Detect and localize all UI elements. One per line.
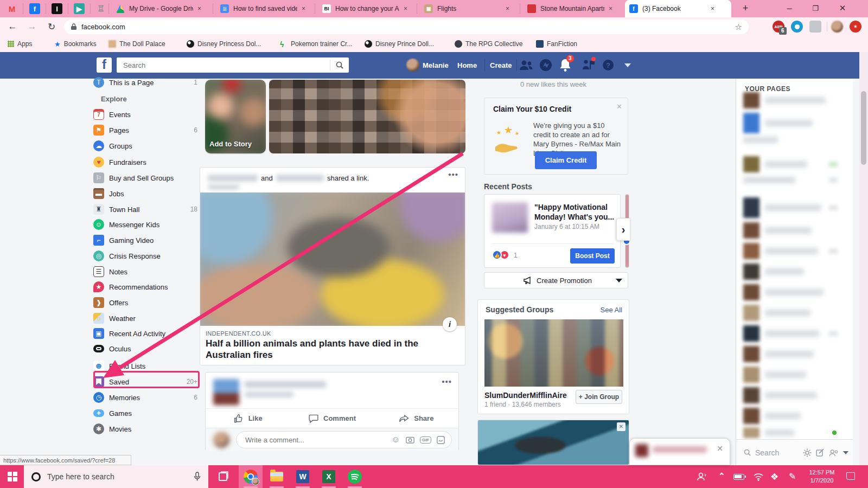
close-button[interactable]: ✕ <box>830 0 855 16</box>
join-group-button[interactable]: + Join Group <box>576 390 622 404</box>
tab-close-icon[interactable]: × <box>302 5 305 12</box>
sidebar-item-recommendations[interactable]: ★ Recommendations <box>93 279 197 294</box>
sidebar-item-fundraisers[interactable]: ♥ Fundraisers <box>93 155 197 170</box>
messenger-icon[interactable] <box>538 57 554 73</box>
page-row[interactable] <box>743 427 841 438</box>
grey-pinned-tab[interactable]: ♖ <box>95 3 106 14</box>
tab-close-icon[interactable]: × <box>404 5 407 12</box>
sidebar-item-crisis-response[interactable]: ◎ Crisis Response <box>93 248 197 264</box>
carousel-next-button[interactable]: › <box>616 218 630 241</box>
sidebar-item-recent-ad-activity[interactable]: ▣ Recent Ad Activity <box>93 326 197 341</box>
tab-flights[interactable]: ▣ Flights × <box>420 0 519 17</box>
tab-close-icon[interactable]: × <box>506 5 509 12</box>
red-extension-icon[interactable]: ★ <box>850 21 861 33</box>
gif-icon[interactable]: GIF <box>420 436 431 444</box>
sidebar-item-notes[interactable]: ☰ Notes <box>93 264 197 279</box>
home-link[interactable]: Home <box>457 61 477 69</box>
dropbox-icon[interactable]: ❖ <box>770 471 778 483</box>
apps-shortcut[interactable]: Apps <box>8 36 32 52</box>
sidebar-item-offers[interactable]: ❱ Offers <box>93 295 197 310</box>
page-row[interactable] <box>743 222 841 239</box>
blue-extension-icon[interactable] <box>791 21 803 33</box>
account-menu-caret-icon[interactable] <box>620 57 636 73</box>
excel-icon[interactable]: X <box>321 468 337 485</box>
microphone-icon[interactable] <box>194 472 201 481</box>
comment-button[interactable]: Comment <box>290 409 374 428</box>
sidebar-item-oculus[interactable]: Oculus <box>93 341 197 356</box>
pages-search-bar[interactable]: Search <box>736 439 853 465</box>
gaming-icon[interactable] <box>580 57 597 73</box>
facebook-pinned-tab[interactable]: f <box>29 3 40 14</box>
new-tab-button[interactable]: + <box>736 0 755 16</box>
page-row[interactable] <box>743 408 841 424</box>
chat-popup[interactable]: ✕ <box>629 438 730 465</box>
page-row[interactable] <box>743 243 841 259</box>
post-options-icon[interactable]: ••• <box>448 170 458 179</box>
people-tray-icon[interactable] <box>697 472 707 481</box>
bookmark-fanfiction[interactable]: FanFiction <box>536 36 577 52</box>
file-explorer-icon[interactable] <box>269 468 285 485</box>
page-row[interactable] <box>743 113 841 133</box>
reload-button[interactable]: ↻ <box>44 20 59 34</box>
page-row[interactable] <box>743 92 841 108</box>
forward-button[interactable]: → <box>25 20 39 34</box>
chrome-taskbar-icon[interactable] <box>242 468 259 485</box>
boost-post-button[interactable]: Boost Post <box>570 248 615 264</box>
friend-requests-icon[interactable] <box>518 57 534 73</box>
teal-pinned-tab[interactable]: ▶ <box>74 3 85 14</box>
post-options-icon[interactable]: ••• <box>442 377 452 386</box>
page-row[interactable] <box>743 137 841 143</box>
adblock-extension-icon[interactable]: ABP 6 <box>773 21 784 33</box>
grey-extension-icon[interactable] <box>809 21 821 33</box>
page-row[interactable] <box>743 387 841 403</box>
chat-sidebar-caret-icon[interactable] <box>843 451 848 454</box>
sidebar-item-pages[interactable]: ⚑ Pages6 <box>93 123 197 138</box>
bookmark-rpg-collective[interactable]: The RPG Collective <box>455 36 522 52</box>
page-row[interactable] <box>743 284 841 300</box>
help-icon[interactable]: ? <box>600 57 616 73</box>
bookmark-doll-palace[interactable]: The Doll Palace <box>108 36 165 52</box>
bookmark-disney-prince[interactable]: Disney Prince Doll... <box>365 36 434 52</box>
sidebar-item-memories[interactable]: ◷ Memories6 <box>93 390 197 405</box>
group-name[interactable]: SlumDunderMifflinAire <box>484 391 567 400</box>
facebook-search[interactable] <box>117 57 349 73</box>
sidebar-item-jobs[interactable]: ▬ Jobs <box>93 186 197 201</box>
bookmark-star-icon[interactable]: ☆ <box>735 22 742 32</box>
chat-close-icon[interactable]: ✕ <box>717 444 723 453</box>
clock[interactable]: 12:57 PM 1/7/2020 <box>804 468 840 485</box>
back-button[interactable]: ← <box>5 20 20 34</box>
instagram-pinned-tab[interactable]: I <box>52 3 62 14</box>
ad-close-icon[interactable]: ✕ <box>617 422 626 431</box>
like-button[interactable]: Like <box>206 409 290 428</box>
browser-scrollbar-thumb[interactable] <box>861 91 866 165</box>
sidebar-item-movies[interactable]: ✱ Movies <box>93 421 197 436</box>
recent-post-title[interactable]: "Happy Motivational Monday! What's you..… <box>534 202 616 222</box>
camera-icon[interactable] <box>406 436 414 444</box>
notifications-icon[interactable]: 3 <box>557 57 573 73</box>
tab-google-drive[interactable]: My Drive - Google Drive × <box>112 0 210 17</box>
task-view-button[interactable] <box>215 468 231 485</box>
bookmarks-folder[interactable]: ★ Bookmarks <box>54 36 97 52</box>
add-to-story-card[interactable]: Add to Story <box>205 80 266 153</box>
create-promotion-bar[interactable]: Create Promotion <box>484 272 628 288</box>
page-row[interactable] <box>743 325 841 342</box>
contacts-icon[interactable] <box>829 448 839 457</box>
address-bar[interactable]: facebook.com ☆ <box>64 20 749 34</box>
page-row[interactable] <box>743 367 841 383</box>
post-image[interactable] <box>200 192 465 326</box>
create-link[interactable]: Create <box>490 61 512 69</box>
link-title[interactable]: Half a billion animals and plants have d… <box>206 338 453 361</box>
sidebar-item-events[interactable]: 7 Events <box>93 107 197 122</box>
gear-icon[interactable] <box>803 448 812 457</box>
info-icon[interactable]: i <box>443 317 457 331</box>
search-icon[interactable] <box>330 61 349 69</box>
gmail-pinned-tab[interactable]: M <box>7 3 17 14</box>
profile-avatar[interactable] <box>831 21 843 33</box>
tab-close-icon[interactable]: × <box>711 5 714 12</box>
sidebar-item-gaming-video[interactable]: ⌐ Gaming Video <box>93 233 197 248</box>
sidebar-item-buy-sell[interactable]: ⚐ Buy and Sell Groups <box>93 170 197 185</box>
facebook-logo[interactable]: f <box>97 57 112 73</box>
promotion-caret-icon[interactable] <box>616 279 622 282</box>
action-center-icon[interactable] <box>846 472 855 480</box>
page-row[interactable] <box>743 346 841 362</box>
